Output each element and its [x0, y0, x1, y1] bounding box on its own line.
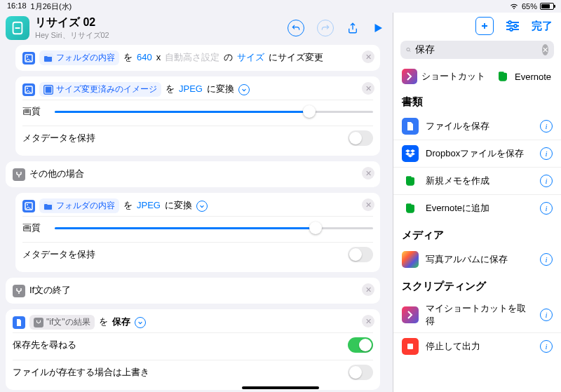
editor-canvas[interactable]: ✕ フォルダの内容 を 640 x 自動高さ設定 の サイズ にサイズ変更	[0, 45, 393, 392]
action-evernote-add[interactable]: Evernoteに追加 i	[393, 194, 561, 222]
undo-button[interactable]	[288, 20, 304, 36]
action-convert-1[interactable]: ✕ サイズ変更済みのイメージ を JPEG に変換 画質 メタデータを保持	[15, 76, 380, 156]
action-else[interactable]: ✕ その他の場合	[6, 161, 380, 187]
section-media: メディア	[393, 222, 561, 246]
close-icon[interactable]: ✕	[362, 50, 374, 63]
token-if-result[interactable]: "if文"の結果	[29, 315, 95, 330]
format-jpeg[interactable]: JPEG	[137, 198, 161, 213]
action-resize[interactable]: ✕ フォルダの内容 を 640 x 自動高さ設定 の サイズ にサイズ変更	[15, 45, 380, 71]
metadata-toggle[interactable]	[348, 247, 373, 262]
file-icon	[402, 118, 419, 135]
token-folder-contents[interactable]: フォルダの内容	[39, 198, 119, 213]
convert-app-icon	[22, 83, 35, 96]
app-shortcuts[interactable]: ショートカット	[402, 69, 485, 84]
shortcut-icon	[6, 16, 29, 40]
shortcuts-app-icon	[402, 69, 417, 84]
evernote-icon	[402, 173, 419, 189]
info-icon[interactable]: i	[540, 253, 553, 266]
action-get-shortcut[interactable]: マイショートカットを取得 i	[393, 297, 561, 332]
action-convert-2[interactable]: ✕ フォルダの内容 を JPEG に変換 画質 メタデータを保持	[15, 193, 380, 272]
info-icon[interactable]: i	[540, 175, 553, 187]
format-jpeg[interactable]: JPEG	[179, 82, 203, 97]
title-bar: リサイズ 02 Hey Siri、リサイズ02	[0, 13, 393, 45]
action-save-file[interactable]: ファイルを保存 i	[393, 113, 561, 140]
file-app-icon	[13, 316, 25, 329]
clear-search-icon[interactable]: ✕	[542, 44, 548, 55]
battery-pct: 65%	[522, 2, 537, 11]
size-token[interactable]: サイズ	[237, 50, 264, 65]
width-value[interactable]: 640	[137, 50, 152, 65]
height-field[interactable]: 自動高さ設定	[165, 50, 219, 65]
section-scripting: スクリプティング	[393, 273, 561, 297]
home-indicator[interactable]	[242, 386, 319, 389]
chevron-down-icon[interactable]	[238, 84, 250, 95]
shortcut-subtitle: Hey Siri、リサイズ02	[35, 30, 282, 41]
search-input[interactable]: ✕	[400, 41, 554, 59]
branch-icon	[13, 168, 25, 181]
evernote-app-icon	[495, 69, 511, 84]
resize-app-icon	[22, 52, 35, 65]
svg-rect-13	[407, 344, 413, 349]
info-icon[interactable]: i	[540, 340, 553, 353]
redo-button[interactable]	[317, 20, 334, 36]
token-resized-image[interactable]: サイズ変更済みのイメージ	[39, 82, 161, 97]
svg-point-9	[508, 21, 511, 24]
svg-point-11	[510, 28, 513, 31]
photos-icon	[402, 251, 419, 268]
overwrite-toggle[interactable]	[348, 365, 373, 380]
metadata-toggle[interactable]	[348, 130, 373, 146]
share-icon[interactable]	[346, 21, 359, 35]
search-icon	[406, 45, 411, 55]
info-icon[interactable]: i	[540, 309, 553, 321]
action-save[interactable]: ✕ "if文"の結果 を 保存 保存先を尋ねる ファイルが存在する場合は上書き	[6, 309, 380, 390]
convert-app-icon	[22, 200, 35, 212]
quality-slider[interactable]	[55, 104, 373, 119]
search-field[interactable]	[415, 44, 538, 55]
status-date: 1月26日(水)	[31, 1, 72, 12]
info-icon[interactable]: i	[540, 147, 553, 160]
status-time: 16:18	[7, 1, 27, 12]
token-folder-contents[interactable]: フォルダの内容	[39, 50, 119, 65]
chevron-down-icon[interactable]	[135, 317, 146, 328]
settings-icon[interactable]	[505, 20, 520, 32]
ask-location-toggle[interactable]	[348, 337, 373, 353]
done-button[interactable]: 完了	[532, 20, 553, 33]
status-bar: 16:18 1月26日(水) 65%	[0, 0, 561, 13]
info-icon[interactable]: i	[540, 202, 553, 215]
shortcut-name: リサイズ 02	[35, 15, 282, 30]
section-documents: 書類	[393, 93, 561, 113]
action-new-memo[interactable]: 新規メモを作成 i	[393, 167, 561, 194]
action-stop-output[interactable]: 停止して出力 i	[393, 332, 561, 360]
wifi-icon	[509, 3, 519, 10]
svg-rect-6	[45, 86, 52, 93]
svg-point-10	[514, 25, 517, 27]
battery-icon	[540, 3, 554, 10]
action-dropbox-save[interactable]: Dropboxファイルを保存 i	[393, 140, 561, 167]
branch-icon	[13, 285, 25, 297]
svg-point-12	[407, 48, 410, 50]
shortcuts-icon	[402, 306, 419, 323]
stop-icon	[402, 338, 419, 355]
dropbox-icon	[402, 145, 419, 162]
svg-point-3	[27, 56, 28, 58]
chevron-down-icon[interactable]	[196, 201, 208, 212]
quality-slider[interactable]	[55, 221, 373, 235]
action-endif[interactable]: ✕ If文の終了	[6, 278, 380, 304]
action-save-photo[interactable]: 写真アルバムに保存 i	[393, 246, 561, 273]
svg-point-8	[27, 204, 28, 205]
evernote-icon	[402, 200, 419, 217]
app-evernote[interactable]: Evernote	[495, 69, 551, 84]
add-action-button[interactable]	[475, 17, 494, 35]
info-icon[interactable]: i	[540, 120, 553, 133]
svg-point-5	[27, 88, 28, 89]
play-button[interactable]	[372, 22, 384, 34]
svg-rect-1	[15, 27, 20, 29]
